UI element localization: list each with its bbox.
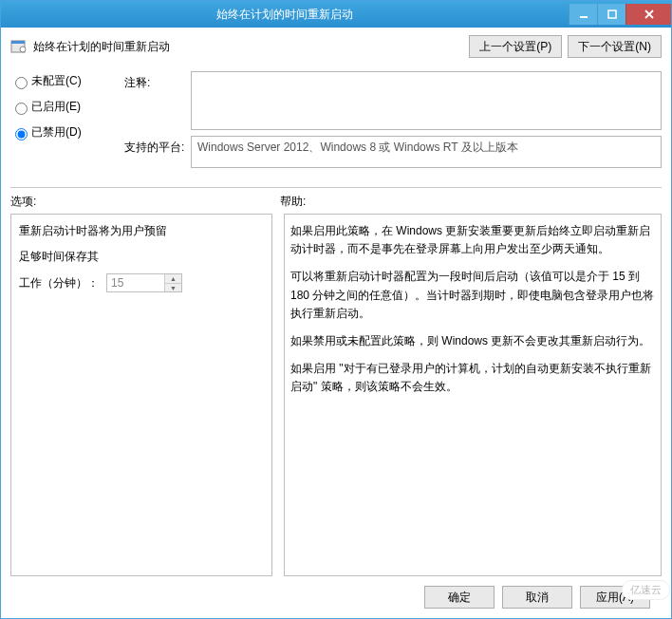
- comment-label: 注释:: [124, 71, 191, 130]
- policy-icon: [10, 38, 28, 55]
- comment-textarea[interactable]: [191, 71, 662, 130]
- options-text-1: 重新启动计时器将为用户预留: [19, 222, 264, 240]
- spinner-up-icon[interactable]: ▲: [165, 274, 181, 284]
- options-section-label: 选项:: [10, 194, 280, 210]
- radio-disabled-input[interactable]: [15, 128, 28, 141]
- supported-platform-box: Windows Server 2012、Windows 8 或 Windows …: [191, 136, 662, 168]
- panels: 重新启动计时器将为用户预留 足够时间保存其 工作（分钟）： ▲ ▼ 如果启用此策…: [10, 214, 662, 576]
- content-area: 始终在计划的时间重新启动 上一个设置(P) 下一个设置(N) 未配置(C) 已启…: [1, 28, 671, 618]
- titlebar: 始终在计划的时间重新启动: [1, 1, 671, 28]
- next-setting-button[interactable]: 下一个设置(N): [568, 35, 662, 58]
- dialog-buttons: 确定 取消 应用(A): [10, 576, 662, 618]
- minutes-row: 工作（分钟）： ▲ ▼: [19, 273, 264, 292]
- minutes-spinner[interactable]: ▲ ▼: [106, 273, 182, 292]
- cancel-button[interactable]: 取消: [502, 586, 572, 609]
- policy-name: 始终在计划的时间重新启动: [33, 39, 463, 55]
- close-button[interactable]: [625, 4, 671, 25]
- help-paragraph: 如果禁用或未配置此策略，则 Windows 更新不会更改其重新启动行为。: [290, 332, 655, 350]
- form-column: 注释: 支持的平台: Windows Server 2012、Windows 8…: [124, 71, 662, 174]
- section-labels: 选项: 帮助:: [10, 194, 662, 210]
- radio-disabled-label: 已禁用(D): [31, 124, 82, 141]
- window-title: 始终在计划的时间重新启动: [1, 7, 569, 23]
- supported-platform-text: Windows Server 2012、Windows 8 或 Windows …: [197, 141, 518, 154]
- radio-not-configured-label: 未配置(C): [31, 73, 82, 89]
- help-panel[interactable]: 如果启用此策略，在 Windows 更新安装重要更新后始终立即启动重新启动计时器…: [284, 214, 662, 576]
- radio-not-configured[interactable]: 未配置(C): [10, 73, 115, 89]
- dialog-window: 始终在计划的时间重新启动 始终在计划的时间重新启动 上一个设置(P) 下一个设置…: [0, 0, 672, 619]
- radio-enabled-input[interactable]: [15, 103, 28, 115]
- help-paragraph: 可以将重新启动计时器配置为一段时间后启动（该值可以是介于 15 到 180 分钟…: [290, 268, 655, 323]
- help-paragraph: 如果启用此策略，在 Windows 更新安装重要更新后始终立即启动重新启动计时器…: [290, 222, 655, 258]
- radio-enabled-label: 已启用(E): [31, 99, 81, 115]
- divider: [10, 187, 662, 188]
- previous-setting-button[interactable]: 上一个设置(P): [469, 35, 562, 58]
- help-paragraph: 如果启用 "对于有已登录用户的计算机，计划的自动更新安装不执行重新启动" 策略，…: [290, 360, 655, 396]
- minutes-label: 工作（分钟）：: [19, 275, 99, 291]
- options-text-2: 足够时间保存其: [19, 248, 264, 266]
- radio-enabled[interactable]: 已启用(E): [10, 99, 115, 115]
- minutes-input[interactable]: [107, 274, 164, 291]
- help-section-label: 帮助:: [280, 194, 662, 210]
- minimize-button[interactable]: [569, 4, 597, 25]
- svg-point-6: [20, 47, 26, 52]
- options-panel: 重新启动计时器将为用户预留 足够时间保存其 工作（分钟）： ▲ ▼: [10, 214, 272, 576]
- apply-button[interactable]: 应用(A): [580, 586, 650, 609]
- spinner-down-icon[interactable]: ▼: [165, 284, 181, 292]
- header-row: 始终在计划的时间重新启动 上一个设置(P) 下一个设置(N): [10, 35, 662, 58]
- state-radio-group: 未配置(C) 已启用(E) 已禁用(D): [10, 71, 115, 174]
- maximize-button[interactable]: [597, 4, 625, 25]
- config-area: 未配置(C) 已启用(E) 已禁用(D) 注释: 支持的平台:: [10, 71, 662, 174]
- platform-label: 支持的平台:: [124, 136, 191, 168]
- svg-rect-1: [608, 10, 616, 18]
- radio-not-configured-input[interactable]: [15, 77, 28, 89]
- svg-rect-0: [580, 16, 588, 18]
- ok-button[interactable]: 确定: [424, 586, 495, 609]
- spinner-arrows[interactable]: ▲ ▼: [164, 274, 181, 291]
- radio-disabled[interactable]: 已禁用(D): [10, 124, 115, 141]
- svg-rect-5: [11, 41, 25, 44]
